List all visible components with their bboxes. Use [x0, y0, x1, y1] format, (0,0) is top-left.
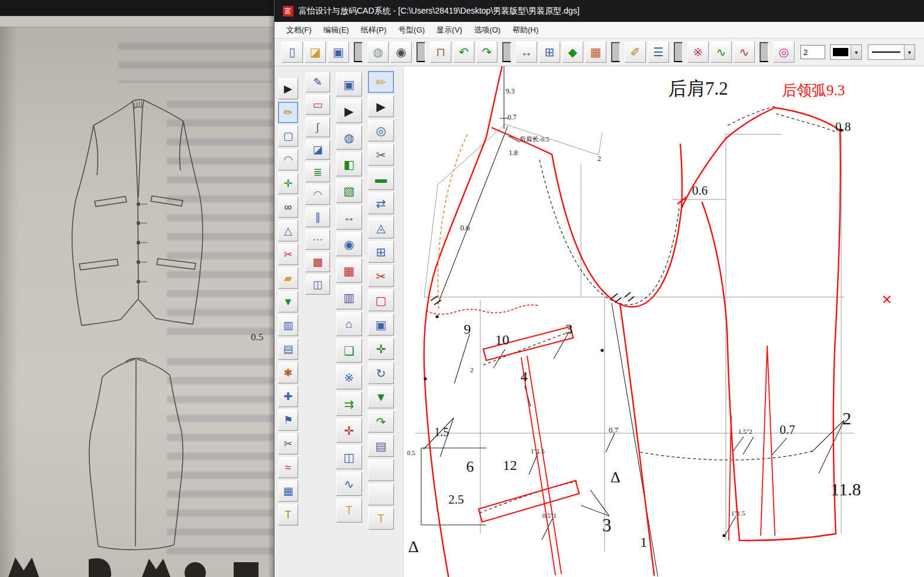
new-document-button[interactable]: ▯	[282, 41, 303, 63]
walk-tool[interactable]: ⇉	[336, 392, 362, 416]
menu-item[interactable]: 帮助(H)	[506, 22, 544, 38]
text-tool[interactable]: T	[278, 504, 298, 526]
redo-button[interactable]: ↷	[476, 41, 497, 63]
camera-snapshot-button[interactable]: ◉	[390, 41, 412, 63]
design-pencil-tool[interactable]: ✎	[305, 72, 330, 92]
zoom-tool[interactable]: ◍	[336, 125, 362, 150]
roll-tool[interactable]: ▥	[278, 315, 298, 336]
dart-transfer-tool[interactable]: ◪	[305, 140, 330, 160]
pleat-tool[interactable]: ∥	[305, 207, 330, 227]
select-tool[interactable]: ▶	[278, 78, 298, 99]
color-chart-button[interactable]: ※	[687, 41, 709, 63]
title-bar[interactable]: 富 富怡设计与放码CAD系统 - [C:\Users\28419\Desktop…	[274, 0, 924, 22]
draft-pencil-tool[interactable]: ✏	[368, 71, 394, 93]
comb-tool-button[interactable]: ☰	[648, 41, 669, 63]
sewing-machine-tool[interactable]: ⌂	[336, 312, 362, 336]
button-tool[interactable]: ◉	[336, 232, 362, 256]
layout-tool[interactable]: ▥	[336, 285, 362, 310]
grid-window-button[interactable]: ⊞	[539, 41, 560, 63]
open-file-button[interactable]: ◪	[305, 41, 326, 63]
text-letter-tool[interactable]: T	[336, 498, 362, 523]
curve-arrow-tool[interactable]: ↷	[368, 411, 394, 433]
green-curve-button[interactable]: ∿	[710, 41, 732, 63]
brush-clean-button[interactable]: ✐	[625, 41, 646, 63]
dense-grid-tool[interactable]: ▦	[278, 481, 298, 502]
stairs-tool[interactable]: ≣	[305, 162, 330, 182]
move-piece-tool[interactable]: ◧	[336, 152, 362, 176]
empty-slot[interactable]	[368, 459, 394, 481]
menu-item[interactable]: 文档(F)	[280, 22, 318, 38]
scissors-tool[interactable]: ✂	[368, 144, 394, 166]
chevron-down-icon[interactable]: ▾	[904, 45, 915, 59]
grading-tool[interactable]: ▩	[305, 252, 330, 272]
dotted-line-tool[interactable]: ⋯	[305, 230, 330, 250]
empty-slot[interactable]	[368, 483, 394, 505]
mirror-tool[interactable]: ◬	[368, 217, 394, 238]
plot-frame-tool[interactable]: ◫	[305, 275, 330, 295]
copy-tool[interactable]: ◫	[336, 445, 362, 469]
magnifier-tool[interactable]: ◎	[368, 120, 394, 141]
undo-button[interactable]: ↶	[453, 41, 474, 63]
compass-tool[interactable]: △	[278, 220, 298, 241]
chart-piece-tool[interactable]: ▧	[336, 179, 362, 203]
pencil-tool[interactable]: ✏	[278, 102, 298, 123]
curve-shoe-tool[interactable]: ∫	[305, 117, 330, 137]
measure-label: 3	[602, 516, 612, 534]
flag-tool[interactable]: ⚑	[278, 410, 298, 431]
line-width-input[interactable]	[800, 45, 825, 59]
ruler-tool[interactable]: ▬	[368, 168, 394, 190]
move-tool[interactable]: ✛	[368, 338, 394, 360]
work-table-button[interactable]: ⊓	[430, 41, 451, 63]
shield-button[interactable]: ◆	[562, 41, 583, 63]
pieces-tool[interactable]: ❏	[336, 339, 362, 363]
big-text-tool[interactable]: T	[368, 508, 394, 530]
red-scissors-tool[interactable]: ✂	[278, 244, 298, 265]
rainbow-tool[interactable]: ◠	[305, 185, 330, 205]
spacing-tool[interactable]: ↔	[336, 205, 362, 230]
red-grid-tool[interactable]: ▦	[336, 259, 362, 283]
red-cut-tool[interactable]: ✂	[368, 265, 394, 287]
menu-item[interactable]: 纸样(P)	[355, 22, 392, 38]
pattern-piece-tool[interactable]: ▼	[368, 386, 394, 408]
stack-tool[interactable]: ▤	[368, 435, 394, 457]
drawing-canvas[interactable]: 9.3 0.7 后肩长-0.5 1.8 后肩7.2 后领弧9.3 0.8 2 0…	[403, 66, 924, 577]
trim-scissors-tool[interactable]: ✂	[278, 433, 298, 454]
menu-item[interactable]: 编辑(E)	[318, 22, 355, 38]
dashed-frame-tool[interactable]: ▣	[336, 72, 362, 96]
eraser-tool[interactable]: ▰	[278, 267, 298, 289]
swap-tool[interactable]: ⇄	[368, 192, 394, 214]
select-arrow-tool[interactable]: ▶	[336, 99, 362, 123]
menu-item[interactable]: 选项(O)	[468, 22, 506, 38]
glasses-tool[interactable]: ∞	[278, 196, 298, 218]
group-grid-tool[interactable]: ⊞	[368, 241, 394, 263]
adjust-plus-tool[interactable]: ✚	[278, 386, 298, 407]
chevron-down-icon[interactable]: ▾	[851, 45, 861, 59]
dashed-pocket-tool[interactable]: ▢	[368, 289, 394, 311]
red-curve-button[interactable]: ∿	[734, 41, 755, 63]
rect-frame-tool[interactable]: ▢	[278, 125, 298, 147]
arc-tool[interactable]: ◠	[278, 149, 298, 170]
color-select[interactable]: ▾	[830, 44, 862, 60]
stripe-tool[interactable]: ▤	[278, 339, 298, 360]
image-view-button[interactable]: ▦	[585, 41, 606, 63]
rotate-tool[interactable]: ↻	[368, 362, 394, 384]
menu-item[interactable]: 号型(G)	[392, 22, 431, 38]
green-pattern-tool[interactable]: ▼	[278, 291, 298, 312]
cross-mark-tool[interactable]: ✛	[336, 418, 362, 443]
measure-ruler-button[interactable]: ↔	[516, 41, 537, 63]
pocket-tool[interactable]: ▭	[305, 95, 330, 115]
spray-mark-tool[interactable]: ※	[336, 365, 362, 389]
pointer-tool[interactable]: ▶	[368, 95, 394, 117]
measure-label: 12	[503, 458, 517, 472]
wave-line-tool[interactable]: ∿	[336, 472, 362, 496]
wave-tool[interactable]: ≈	[278, 457, 298, 478]
region-select-tool[interactable]: ▣	[368, 314, 394, 336]
spray-tool-button[interactable]: ◍	[367, 41, 389, 63]
swirl-tool[interactable]: ✱	[278, 362, 298, 383]
menu-item[interactable]: 显示(V)	[431, 22, 468, 38]
color-wheel-button[interactable]: ◎	[773, 41, 794, 63]
line-style-select[interactable]: ▾	[868, 44, 915, 60]
tool-icon: ▥	[283, 319, 293, 332]
save-file-button[interactable]: ▣	[328, 41, 349, 63]
snap-cross-tool[interactable]: ✛	[278, 173, 298, 194]
